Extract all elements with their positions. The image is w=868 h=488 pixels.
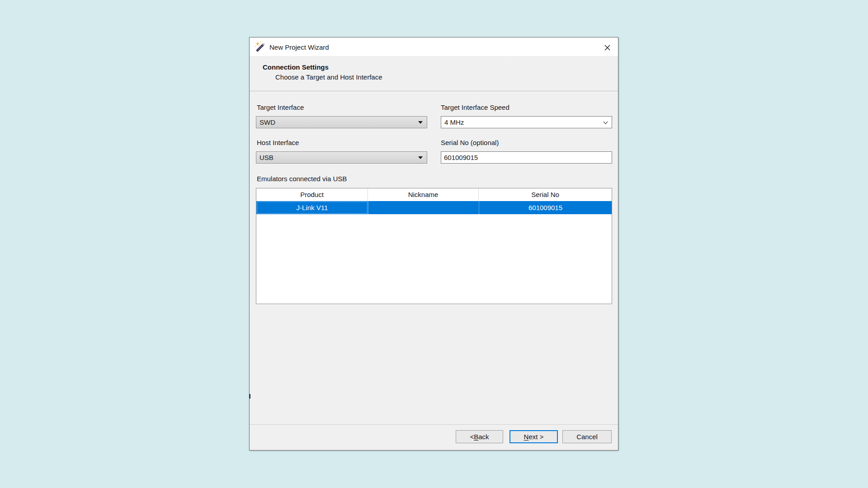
back-button[interactable]: < Back xyxy=(456,430,503,443)
target-interface-speed-combobox[interactable]: 4 MHz xyxy=(441,116,612,128)
close-icon xyxy=(604,44,611,51)
page-subtitle: Choose a Target and Host Interface xyxy=(275,73,382,81)
close-button[interactable] xyxy=(601,41,613,54)
magic-wand-icon xyxy=(254,41,266,53)
page-title: Connection Settings xyxy=(263,63,329,71)
cell-serial-no[interactable]: 601009015 xyxy=(479,201,612,214)
serial-no-input[interactable] xyxy=(441,151,612,164)
new-project-wizard-dialog: New Project Wizard Connection Settings C… xyxy=(249,37,618,450)
next-button[interactable]: Next > xyxy=(509,430,558,443)
wizard-header: Connection Settings Choose a Target and … xyxy=(250,57,618,91)
host-interface-value: USB xyxy=(259,154,274,161)
target-interface-value: SWD xyxy=(259,118,275,126)
column-header-nickname[interactable]: Nickname xyxy=(368,188,479,201)
host-interface-dropdown[interactable]: USB xyxy=(256,151,427,164)
button-bar-divider xyxy=(250,424,618,425)
dropdown-arrow-icon xyxy=(418,121,423,124)
desktop-background: { "window": { "title": "New Project Wiza… xyxy=(0,0,868,488)
emulators-list-label: Emulators connected via USB xyxy=(257,175,347,183)
table-row-jlink[interactable]: J-Link V11 601009015 xyxy=(256,201,612,214)
dialog-titlebar[interactable]: New Project Wizard xyxy=(250,38,618,57)
column-header-serial-no[interactable]: Serial No xyxy=(479,188,612,201)
cell-nickname[interactable] xyxy=(368,201,479,214)
cell-product[interactable]: J-Link V11 xyxy=(256,201,368,214)
target-interface-speed-label: Target Interface Speed xyxy=(441,103,509,111)
emulators-table[interactable]: Product Nickname Serial No J-Link V11 60… xyxy=(256,188,612,304)
cancel-button[interactable]: Cancel xyxy=(562,430,612,443)
window-title: New Project Wizard xyxy=(269,43,329,51)
target-interface-label: Target Interface xyxy=(257,103,304,111)
target-interface-speed-value: 4 MHz xyxy=(444,118,464,126)
screen-artifact xyxy=(249,394,250,399)
host-interface-label: Host Interface xyxy=(257,139,299,146)
dropdown-arrow-icon xyxy=(418,156,423,159)
column-header-product[interactable]: Product xyxy=(256,188,368,201)
serial-no-label: Serial No (optional) xyxy=(441,139,499,146)
target-interface-dropdown[interactable]: SWD xyxy=(256,116,427,128)
chevron-down-icon xyxy=(603,120,609,126)
emulators-table-header: Product Nickname Serial No xyxy=(256,188,612,201)
